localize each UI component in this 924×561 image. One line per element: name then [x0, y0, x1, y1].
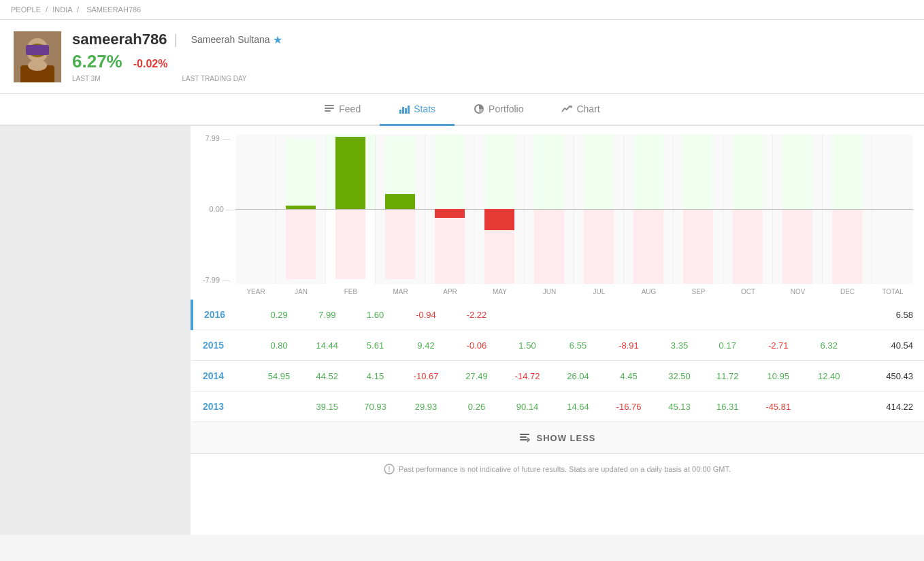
show-less-icon	[518, 432, 531, 444]
tab-stats[interactable]: Stats	[380, 94, 455, 126]
row-2015-aug: -8.91	[602, 330, 655, 361]
stats-icon	[399, 103, 410, 114]
row-2016-nov	[752, 300, 805, 330]
gain-day-label: LAST TRADING DAY	[182, 75, 247, 82]
row-2015-jan: 0.80	[255, 330, 303, 361]
svg-rect-9	[399, 110, 401, 114]
row-2014-aug: 4.45	[602, 361, 655, 391]
row-2016-dec	[805, 300, 853, 330]
chart-icon	[561, 103, 572, 114]
breadcrumb-people[interactable]: PEOPLE	[11, 5, 41, 14]
stats-table: 2016 0.29 7.99 1.60 -0.94 -2.22 6.58	[191, 300, 924, 422]
svg-point-4	[28, 60, 47, 71]
disclaimer: ! Past performance is not indicative of …	[191, 454, 924, 484]
show-less-row: SHOW LESS	[191, 422, 924, 454]
row-2015-mar: 5.61	[351, 330, 399, 361]
svg-rect-7	[325, 108, 334, 109]
row-2013-nov: -45.81	[752, 391, 805, 422]
row-2014-dec: 12.40	[805, 361, 853, 391]
row-2015-jun: 1.50	[501, 330, 554, 361]
svg-rect-8	[325, 110, 331, 112]
y-label-top: 7.99 —	[201, 134, 230, 142]
col-label-jul: JUL	[574, 288, 624, 295]
row-2016-may: -2.22	[452, 300, 501, 330]
avatar	[14, 31, 61, 82]
chart-column-labels: YEAR JAN FEB MAR APR MAY JUN JUL AUG SEP…	[235, 284, 913, 300]
row-2015-oct: 0.17	[704, 330, 752, 361]
breadcrumb-current: SAMEERAH786	[86, 5, 141, 14]
bars-container	[235, 134, 913, 284]
tab-portfolio[interactable]: Portfolio	[455, 94, 542, 126]
row-2014-total: 450.43	[853, 361, 924, 391]
row-2015-feb: 14.44	[303, 330, 351, 361]
gain-day-value: -0.02%	[133, 58, 168, 70]
svg-rect-11	[405, 108, 407, 114]
col-label-may: MAY	[475, 288, 525, 295]
profile-header: sameerah786 | Sameerah Sultana ★ 6.27% -…	[0, 20, 924, 94]
row-2013-jan	[255, 391, 303, 422]
svg-rect-5	[26, 45, 49, 55]
row-2013-total: 414.22	[853, 391, 924, 422]
tab-stats-label: Stats	[414, 103, 435, 114]
zero-line	[235, 209, 913, 210]
row-2014-may: 27.49	[452, 361, 501, 391]
star-icon[interactable]: ★	[273, 33, 282, 46]
show-less-button[interactable]: SHOW LESS	[518, 432, 595, 444]
row-2016-jan: 0.29	[255, 300, 303, 330]
breadcrumb-india[interactable]: INDIA	[52, 5, 72, 14]
svg-rect-12	[408, 106, 410, 114]
row-2013-aug: -16.76	[602, 391, 655, 422]
portfolio-icon	[474, 103, 484, 114]
svg-rect-14	[520, 434, 529, 435]
row-2015-dec: 6.32	[805, 330, 853, 361]
row-2014-sep: 32.50	[655, 361, 704, 391]
row-2015-total: 40.54	[853, 330, 924, 361]
gain-3m-label: LAST 3M	[72, 75, 101, 82]
svg-rect-16	[520, 439, 528, 440]
svg-rect-6	[325, 105, 334, 106]
row-2014-jan: 54.95	[255, 361, 303, 391]
tab-feed-label: Feed	[339, 103, 361, 114]
tab-chart-label: Chart	[576, 103, 599, 114]
row-2014-oct: 11.72	[704, 361, 752, 391]
row-2014-jun: -14.72	[501, 361, 554, 391]
col-label-oct: OCT	[723, 288, 773, 295]
row-2015-nov: -2.71	[752, 330, 805, 361]
col-label-year: YEAR	[235, 288, 276, 295]
tab-feed[interactable]: Feed	[305, 94, 380, 126]
disclaimer-text: Past performance is not indicative of fu…	[399, 465, 731, 473]
row-2013-mar: 70.93	[351, 391, 399, 422]
tabs-bar: Feed Stats Portfolio Chart	[0, 94, 924, 126]
col-label-nov: NOV	[773, 288, 823, 295]
row-2013-sep: 45.13	[655, 391, 704, 422]
row-2014-year: 2014	[192, 361, 255, 391]
chart-area: 7.99 — 0.00 — -7.99 —	[191, 126, 924, 300]
row-2014-feb: 44.52	[303, 361, 351, 391]
sidebar	[0, 126, 191, 534]
row-2013-jun: 90.14	[501, 391, 554, 422]
gain-3m-value: 6.27%	[72, 51, 122, 72]
profile-realname: Sameerah Sultana	[191, 34, 270, 45]
row-2014-nov: 10.95	[752, 361, 805, 391]
info-icon: !	[384, 464, 395, 475]
row-2013-apr: 29.93	[399, 391, 452, 422]
row-2016-year: 2016	[192, 300, 255, 330]
profile-username: sameerah786	[72, 31, 167, 48]
row-2016-oct	[704, 300, 752, 330]
breadcrumb: PEOPLE / INDIA / SAMEERAH786	[0, 0, 924, 20]
tab-chart[interactable]: Chart	[542, 94, 618, 126]
tab-portfolio-label: Portfolio	[489, 103, 523, 114]
table-row-2013: 2013 39.15 70.93 29.93 0.26 90.14 14.64 …	[192, 391, 924, 422]
row-2016-total: 6.58	[853, 300, 924, 330]
row-2014-mar: 4.15	[351, 361, 399, 391]
row-2013-feb: 39.15	[303, 391, 351, 422]
col-label-feb: FEB	[326, 288, 376, 295]
profile-info: sameerah786 | Sameerah Sultana ★ 6.27% -…	[72, 31, 282, 82]
row-2016-jun	[501, 300, 554, 330]
main-content: 7.99 — 0.00 — -7.99 —	[0, 126, 924, 534]
feed-icon	[324, 103, 335, 114]
table-row-2015: 2015 0.80 14.44 5.61 9.42 -0.06 1.50 6.5…	[192, 330, 924, 361]
row-2014-apr: -10.67	[399, 361, 452, 391]
row-2013-may: 0.26	[452, 391, 501, 422]
show-less-label: SHOW LESS	[536, 433, 595, 443]
